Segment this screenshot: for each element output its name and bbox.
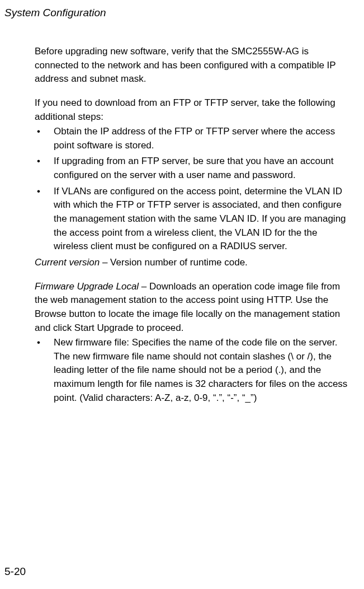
- paragraph-current-version: Current version – Version number of runt…: [35, 256, 353, 270]
- bullet-list-steps: Obtain the IP address of the FTP or TFTP…: [35, 125, 353, 254]
- firmware-upgrade-label: Firmware Upgrade Local: [35, 281, 139, 292]
- paragraph-intro: Before upgrading new software, verify th…: [35, 45, 353, 86]
- list-item: Obtain the IP address of the FTP or TFTP…: [35, 125, 353, 152]
- list-item: If VLANs are configured on the access po…: [35, 185, 353, 254]
- bullet-list-firmware: New firmware file: Specifies the name of…: [35, 336, 353, 405]
- paragraph-ftp-intro: If you need to download from an FTP or T…: [35, 96, 353, 124]
- paragraph-firmware-upgrade: Firmware Upgrade Local – Downloads an op…: [35, 280, 353, 335]
- list-item: New firmware file: Specifies the name of…: [35, 336, 353, 405]
- current-version-text: – Version number of runtime code.: [100, 257, 248, 268]
- page-number: 5-20: [4, 565, 26, 578]
- list-item: If upgrading from an FTP server, be sure…: [35, 155, 353, 182]
- current-version-label: Current version: [35, 257, 100, 268]
- page-content: Before upgrading new software, verify th…: [35, 45, 353, 407]
- page-header: System Configuration: [4, 7, 106, 19]
